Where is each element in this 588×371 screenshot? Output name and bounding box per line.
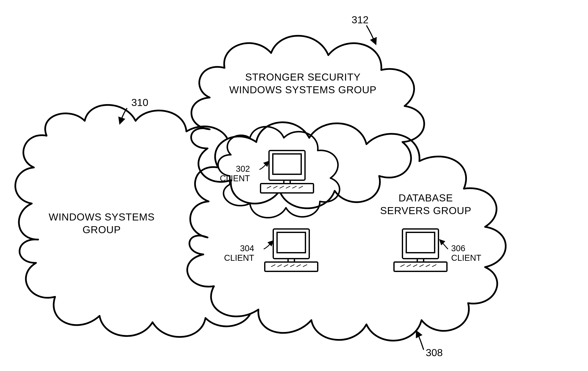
computer-icon bbox=[265, 229, 318, 271]
diagram-root: WINDOWS SYSTEMS GROUP DATABASE SERVERS G… bbox=[0, 0, 588, 371]
client-304 bbox=[265, 229, 318, 271]
leader-312 bbox=[367, 25, 376, 44]
cloud-left-label-1: WINDOWS SYSTEMS bbox=[49, 211, 155, 223]
cloud-top-label-2: WINDOWS SYSTEMS GROUP bbox=[229, 84, 377, 95]
client-306 bbox=[394, 229, 447, 271]
computer-icon bbox=[261, 151, 314, 193]
label-client-306: CLIENT bbox=[451, 253, 481, 262]
ref-308: 308 bbox=[426, 347, 443, 358]
label-client-302: CLIENT bbox=[220, 174, 250, 183]
cloud-right-label-1: DATABASE bbox=[399, 192, 453, 204]
leader-308 bbox=[416, 331, 424, 350]
cloud-left-label-2: GROUP bbox=[82, 224, 121, 235]
computer-icon bbox=[394, 229, 447, 271]
label-client-304: CLIENT bbox=[224, 253, 254, 262]
ref-310: 310 bbox=[131, 97, 148, 108]
cloud-top-label-1: STRONGER SECURITY bbox=[245, 71, 360, 83]
client-302 bbox=[261, 151, 314, 193]
ref-306: 306 bbox=[451, 244, 465, 253]
cloud-right-label-2: SERVERS GROUP bbox=[380, 205, 472, 216]
ref-302: 302 bbox=[236, 164, 250, 174]
ref-312: 312 bbox=[352, 14, 368, 25]
ref-304: 304 bbox=[240, 244, 254, 253]
